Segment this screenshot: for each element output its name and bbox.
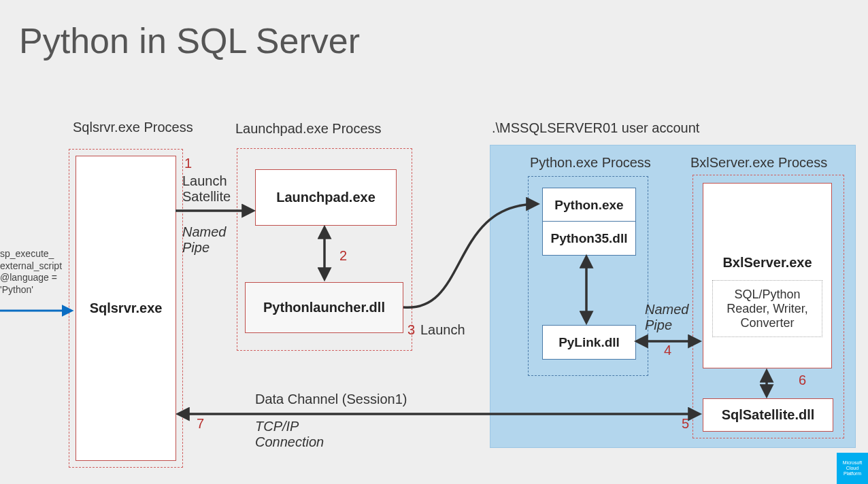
slide-title: Python in SQL Server — [19, 20, 360, 61]
launchpad-box: Launchpad.exe — [255, 169, 397, 226]
step-6: 6 — [799, 373, 806, 388]
readerwriter-box: SQL/Python Reader, Writer, Converter — [712, 280, 822, 337]
step-5: 5 — [682, 416, 689, 432]
launch-satellite-1: Launch — [182, 173, 227, 189]
data-channel-label: Data Channel (Session1) — [255, 392, 407, 407]
sp-execute-text: sp_execute_ external_script @language = … — [0, 248, 62, 296]
sqlsrvr-process-label: Sqlsrvr.exe Process — [73, 119, 193, 135]
python-exe-box: Python.exe — [542, 188, 636, 222]
script-line-4: 'Python' — [0, 284, 62, 296]
tcpip-2: Connection — [255, 434, 324, 450]
named-pipe-2b: Pipe — [645, 317, 672, 333]
launchpad-process-label: Launchpad.exe Process — [235, 121, 382, 137]
step-1: 1 — [184, 156, 192, 171]
sqlsrvr-box: Sqlsrvr.exe — [76, 156, 176, 461]
ms-cloud-logo: Microsoft Cloud Platform — [837, 453, 868, 484]
pylink-box: PyLink.dll — [542, 325, 636, 360]
script-line-2: external_script — [0, 260, 62, 273]
python-process-label: Python.exe Process — [530, 155, 651, 171]
pylauncher-box: Pythonlauncher.dll — [245, 282, 403, 333]
launch-label: Launch — [420, 322, 465, 338]
bxl-process-label: BxlServer.exe Process — [690, 155, 827, 171]
named-pipe-1b: Pipe — [182, 240, 210, 256]
sqlsatellite-box: SqlSatellite.dll — [703, 398, 833, 432]
user-account-label: .\MSSQLSERVER01 user account — [492, 120, 699, 136]
script-line-1: sp_execute_ — [0, 248, 62, 260]
step-2: 2 — [339, 248, 347, 264]
bxlserver-box: BxlServer.exe SQL/Python Reader, Writer,… — [703, 183, 832, 368]
launch-satellite-2: Satellite — [182, 189, 231, 205]
step-3: 3 — [407, 322, 415, 338]
step-4: 4 — [664, 343, 671, 358]
python35-box: Python35.dll — [542, 221, 636, 256]
step-7: 7 — [197, 416, 204, 432]
bxlserver-label: BxlServer.exe — [722, 255, 812, 271]
named-pipe-1a: Named — [182, 224, 226, 240]
script-line-3: @language = — [0, 272, 62, 284]
named-pipe-2a: Named — [645, 302, 688, 317]
tcpip-1: TCP/IP — [255, 419, 299, 434]
